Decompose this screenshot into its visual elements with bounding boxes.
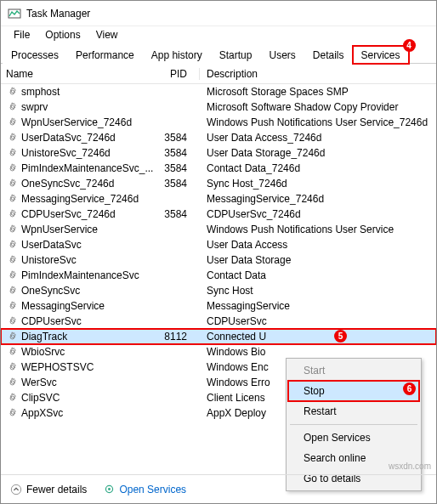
gear-icon — [6, 331, 18, 343]
service-row[interactable]: UnistoreSvcUser Data Storage — [1, 252, 436, 268]
service-name: CDPUserSvc — [21, 315, 155, 327]
service-name: PimIndexMaintenanceSvc — [21, 269, 155, 281]
service-name: OneSyncSvc — [21, 285, 155, 297]
open-services-link[interactable]: Open Services — [102, 483, 186, 496]
service-description: Microsoft Storage Spaces SMP — [199, 86, 436, 98]
ctx-start[interactable]: Start — [288, 360, 419, 381]
service-name: DiagTrack — [21, 331, 155, 343]
watermark: wsxdn.com — [389, 462, 431, 471]
fewer-details-button[interactable]: Fewer details — [9, 483, 87, 496]
gear-icon — [6, 132, 18, 144]
service-pid: 3584 — [155, 178, 199, 190]
service-row[interactable]: UserDataSvc_7246d3584User Data Access_72… — [1, 130, 436, 145]
status-bar: Fewer details Open Services — [1, 474, 436, 503]
service-row[interactable]: OneSyncSvcSync Host — [1, 283, 436, 298]
service-row[interactable]: UserDataSvcUser Data Access — [1, 237, 436, 252]
service-description: Windows Bio — [199, 346, 436, 358]
service-name: CDPUserSvc_7246d — [21, 208, 155, 220]
annotation-badge-4: 4 — [403, 39, 416, 52]
service-description: User Data Storage_7246d — [199, 147, 436, 159]
service-name: UnistoreSvc — [21, 254, 155, 266]
tab-services[interactable]: Services4 — [353, 46, 409, 64]
header-name[interactable]: Name — [6, 68, 155, 80]
gear-icon — [6, 346, 18, 358]
service-name: OneSyncSvc_7246d — [21, 178, 155, 190]
ctx-separator — [290, 424, 417, 425]
service-pid: 3584 — [155, 147, 199, 159]
service-row[interactable]: WpnUserServiceWindows Push Notifications… — [1, 222, 436, 237]
service-name: WbioSrvc — [21, 346, 155, 358]
service-name: AppXSvc — [21, 407, 155, 419]
tab-app-history[interactable]: App history — [143, 46, 211, 64]
gear-icon — [6, 224, 18, 235]
services-icon — [102, 483, 116, 496]
service-description: CDPUserSvc_7246d — [199, 208, 436, 220]
column-headers: Name PID Description — [1, 64, 436, 84]
context-menu: Start Stop 6 Restart Open Services Searc… — [286, 358, 422, 491]
service-description: User Data Access_7246d — [199, 132, 436, 144]
service-pid: 8112 — [155, 331, 199, 343]
gear-icon — [6, 193, 18, 205]
service-row[interactable]: WpnUserService_7246dWindows Push Notific… — [1, 115, 436, 130]
tab-details[interactable]: Details — [304, 46, 353, 64]
tab-processes[interactable]: Processes — [3, 46, 67, 64]
service-row[interactable]: swprvMicrosoft Software Shadow Copy Prov… — [1, 99, 436, 115]
menu-options[interactable]: Options — [37, 27, 88, 42]
service-pid: 3584 — [155, 208, 199, 220]
menubar: File Options View — [1, 26, 436, 43]
service-row[interactable]: DiagTrack8112Connected U5 — [1, 329, 436, 344]
gear-icon — [6, 254, 18, 266]
task-manager-icon — [8, 7, 21, 20]
svg-point-3 — [108, 488, 111, 490]
header-pid[interactable]: PID — [155, 68, 199, 80]
tab-users[interactable]: Users — [260, 46, 304, 64]
service-row[interactable]: MessagingServiceMessagingService — [1, 298, 436, 314]
ctx-restart[interactable]: Restart — [288, 401, 419, 422]
svg-point-1 — [11, 484, 20, 494]
menu-file[interactable]: File — [6, 27, 37, 42]
service-description: Microsoft Software Shadow Copy Provider — [199, 101, 436, 113]
gear-icon — [6, 392, 18, 404]
service-name: PimIndexMaintenanceSvc_... — [21, 162, 155, 174]
service-description: User Data Access — [199, 239, 436, 251]
service-row[interactable]: MessagingService_7246dMessagingService_7… — [1, 191, 436, 207]
service-description: Connected U — [199, 331, 436, 343]
service-row[interactable]: OneSyncSvc_7246d3584Sync Host_7246d — [1, 176, 436, 191]
service-description: Sync Host_7246d — [199, 178, 436, 190]
service-description: Windows Push Notifications User Service_… — [199, 116, 436, 128]
tab-startup[interactable]: Startup — [211, 46, 261, 64]
titlebar: Task Manager — [1, 1, 436, 26]
menu-view[interactable]: View — [88, 27, 126, 42]
ctx-stop[interactable]: Stop 6 — [288, 381, 419, 401]
service-row[interactable]: CDPUserSvc_7246d3584CDPUserSvc_7246d — [1, 207, 436, 222]
service-description: Sync Host — [199, 285, 436, 297]
service-row[interactable]: UnistoreSvc_7246d3584User Data Storage_7… — [1, 145, 436, 161]
service-description: Contact Data_7246d — [199, 162, 436, 174]
service-name: UserDataSvc — [21, 239, 155, 251]
service-name: UserDataSvc_7246d — [21, 132, 155, 144]
service-name: WpnUserService — [21, 224, 155, 235]
annotation-badge-6: 6 — [403, 382, 416, 395]
service-pid: 3584 — [155, 132, 199, 144]
header-description[interactable]: Description — [199, 68, 436, 80]
service-name: WpnUserService_7246d — [21, 116, 155, 128]
window-title: Task Manager — [26, 8, 90, 20]
service-name: WEPHOSTSVC — [21, 361, 155, 373]
annotation-badge-5: 5 — [334, 330, 347, 343]
service-row[interactable]: PimIndexMaintenanceSvc_...3584Contact Da… — [1, 161, 436, 176]
service-description: Contact Data — [199, 269, 436, 281]
service-row[interactable]: smphostMicrosoft Storage Spaces SMP — [1, 84, 436, 99]
service-description: MessagingService_7246d — [199, 193, 436, 205]
service-pid: 3584 — [155, 162, 199, 174]
gear-icon — [6, 147, 18, 159]
service-row[interactable]: PimIndexMaintenanceSvcContact Data — [1, 268, 436, 283]
gear-icon — [6, 116, 18, 128]
service-description: Windows Push Notifications User Service — [199, 224, 436, 235]
ctx-open-services[interactable]: Open Services — [288, 428, 419, 448]
gear-icon — [6, 101, 18, 113]
open-services-label: Open Services — [119, 484, 186, 496]
service-row[interactable]: CDPUserSvcCDPUserSvc — [1, 314, 436, 329]
tab-performance[interactable]: Performance — [67, 46, 143, 64]
gear-icon — [6, 315, 18, 327]
gear-icon — [6, 86, 18, 98]
